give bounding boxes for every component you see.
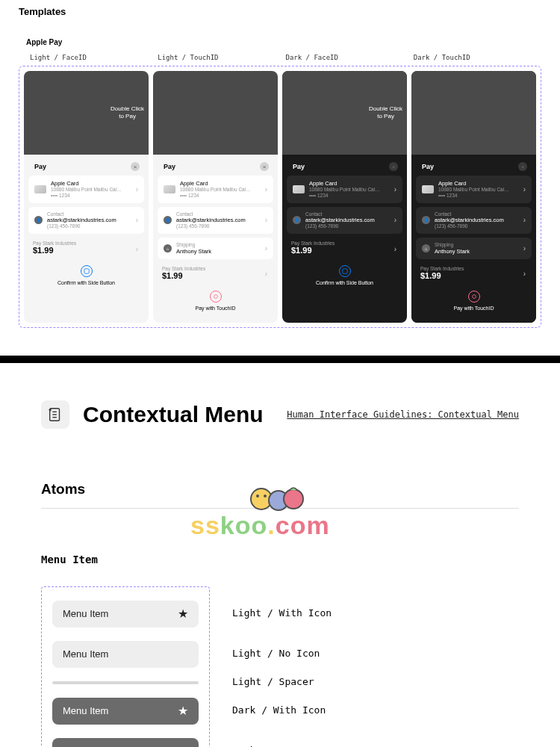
merchant-label: Pay Stark Industries xyxy=(33,241,140,246)
payment-card-row[interactable]: Apple Card 10880 Malibu Point Malibu Cal… xyxy=(416,176,532,203)
confirm-area: Pay with TouchID xyxy=(158,285,273,318)
chevron-right-icon: › xyxy=(265,244,267,252)
card-icon xyxy=(422,185,434,193)
chevron-right-icon: › xyxy=(265,270,267,278)
contextual-menu-icon xyxy=(41,400,69,429)
chevron-right-icon: › xyxy=(136,244,138,252)
phone-dark-touchid: Pay × Apple Card 10880 Malibu Point Mali… xyxy=(411,71,536,323)
shipping-row[interactable]: ⌂ Shipping Anthony Stark › xyxy=(158,238,273,259)
contact-label: Contact xyxy=(47,211,131,217)
contact-icon: 👤 xyxy=(293,216,301,224)
menu-item-dark-icon[interactable]: Menu Item ★ xyxy=(52,698,199,725)
close-button[interactable]: × xyxy=(131,162,140,171)
contextual-menu-title: Contextual Menu xyxy=(83,402,273,427)
faceid-icon xyxy=(81,265,93,277)
payment-card-row[interactable]: Apple Card 10880 Malibu Point Malibu Cal… xyxy=(28,176,144,203)
apple-pay-logo: Pay xyxy=(420,163,434,170)
faceid-icon xyxy=(339,265,351,277)
close-button[interactable]: × xyxy=(389,162,398,171)
variant-label: Light / TouchID xyxy=(158,54,285,66)
contact-row[interactable]: 👤 Contact astark@starkindustries.com (12… xyxy=(416,207,532,235)
chevron-right-icon: › xyxy=(265,216,267,224)
contact-icon: 👤 xyxy=(164,216,172,224)
templates-heading: Templates xyxy=(19,0,541,38)
shipping-icon: ⌂ xyxy=(164,244,172,252)
svg-rect-2 xyxy=(342,269,346,273)
total-row[interactable]: Pay Stark Industries $1.99 › xyxy=(287,238,402,259)
contact-icon: 👤 xyxy=(422,216,430,224)
menu-item-examples: Menu Item ★ Menu Item Menu Item ★ Menu I… xyxy=(41,586,210,747)
confirm-area: Confirm with Side Button xyxy=(28,259,144,293)
double-click-hint: Double Click to Pay xyxy=(369,105,402,120)
card-digits: •••• 1234 xyxy=(51,193,131,199)
chevron-right-icon: › xyxy=(136,216,138,224)
menu-item-light-icon[interactable]: Menu Item ★ xyxy=(52,601,199,627)
chevron-right-icon: › xyxy=(394,185,396,193)
phone-light-touchid: Pay × Apple Card 10880 Malibu Point Mali… xyxy=(153,71,278,323)
menu-item-labels: Light / With Icon Light / No Icon Light … xyxy=(232,586,332,747)
total-amount: $1.99 xyxy=(33,246,140,255)
confirm-text: Confirm with Side Button xyxy=(28,280,144,285)
contact-row[interactable]: 👤 Contact astark@starkindustries.com (12… xyxy=(28,207,144,235)
double-click-hint: Double Click to Pay xyxy=(111,105,144,120)
phone-background xyxy=(411,71,536,155)
phone-light-faceid: Double Click to Pay Pay × Apple Card 108… xyxy=(24,71,149,323)
star-icon: ★ xyxy=(178,704,188,718)
contact-icon: 👤 xyxy=(34,216,43,224)
shipping-icon: ⌂ xyxy=(422,244,430,252)
menu-spacer-light xyxy=(52,681,199,684)
card-title: Apple Card xyxy=(51,180,131,187)
variant-label: Light / FaceID xyxy=(30,54,158,66)
close-button[interactable]: × xyxy=(518,162,527,171)
variant-label: Dark / TouchID xyxy=(414,54,541,66)
chevron-right-icon: › xyxy=(523,244,526,252)
variant-label: Light / Spacer xyxy=(232,681,332,684)
chevron-right-icon: › xyxy=(265,185,267,193)
confirm-area: Confirm with Side Button xyxy=(287,259,402,293)
contact-email: astark@starkindustries.com xyxy=(47,217,131,223)
svg-rect-0 xyxy=(84,269,88,273)
atoms-heading: Atoms xyxy=(41,481,519,498)
hig-link[interactable]: Human Interface Guidelines: Contextual M… xyxy=(287,409,519,420)
variant-label: Dark / No Icon xyxy=(232,737,332,747)
total-row[interactable]: Pay Stark Industries $1.99 › xyxy=(158,263,273,285)
phone-dark-faceid: Double Click to Pay Pay × Apple Card 108… xyxy=(282,71,407,323)
applepay-heading: Apple Pay xyxy=(19,38,541,54)
divider xyxy=(41,508,519,509)
chevron-right-icon: › xyxy=(523,185,526,193)
confirm-area: Pay with TouchID xyxy=(416,285,532,318)
svg-point-3 xyxy=(472,295,476,299)
variant-label: Light / No Icon xyxy=(232,640,332,667)
close-button[interactable]: × xyxy=(260,162,269,171)
total-row[interactable]: Pay Stark Industries $1.99 › xyxy=(416,263,532,285)
contact-phone: (123) 456-7890 xyxy=(47,223,131,229)
contact-row[interactable]: 👤 Contact astark@starkindustries.com (12… xyxy=(287,207,402,235)
menu-item-label: Menu Item xyxy=(63,648,108,660)
apple-pay-logo: Pay xyxy=(291,163,305,170)
variant-labels-row: Light / FaceID Light / TouchID Dark / Fa… xyxy=(19,54,541,66)
menu-item-label: Menu Item xyxy=(63,705,108,716)
card-address: 10880 Malibu Point Malibu Cal… xyxy=(51,187,131,193)
shipping-row[interactable]: ⌂ Shipping Anthony Stark › xyxy=(416,238,532,259)
menu-item-heading: Menu Item xyxy=(41,554,519,565)
chevron-right-icon: › xyxy=(136,185,138,193)
menu-item-label: Menu Item xyxy=(63,608,108,619)
menu-item-light-noicon[interactable]: Menu Item xyxy=(52,641,199,668)
chevron-right-icon: › xyxy=(523,270,526,278)
variant-label: Dark / FaceID xyxy=(286,54,414,66)
chevron-right-icon: › xyxy=(394,216,396,224)
touchid-icon xyxy=(210,291,222,303)
touchid-icon xyxy=(468,291,480,303)
apple-pay-logo: Pay xyxy=(162,163,175,170)
svg-point-1 xyxy=(214,295,217,299)
contact-row[interactable]: 👤 Contact astark@starkindustries.com (12… xyxy=(158,207,273,235)
payment-card-row[interactable]: Apple Card 10880 Malibu Point Malibu Cal… xyxy=(158,176,273,203)
apple-pay-templates: Double Click to Pay Pay × Apple Card 108… xyxy=(19,66,541,328)
variant-label: Light / With Icon xyxy=(232,600,332,627)
chevron-right-icon: › xyxy=(394,244,396,252)
menu-item-dark-noicon[interactable]: Menu Item xyxy=(52,738,199,747)
payment-card-row[interactable]: Apple Card 10880 Malibu Point Malibu Cal… xyxy=(287,176,402,203)
total-row[interactable]: Pay Stark Industries $1.99 › xyxy=(28,238,144,259)
variant-label: Dark / With Icon xyxy=(232,697,332,724)
phone-background: Double Click to Pay xyxy=(24,71,149,155)
